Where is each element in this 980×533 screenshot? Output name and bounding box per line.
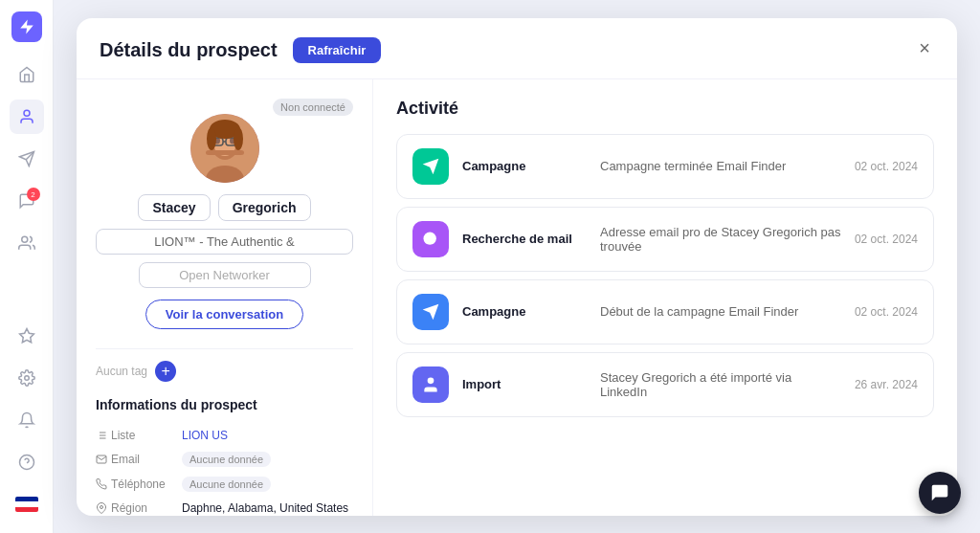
info-label-liste: Liste <box>96 429 182 442</box>
svg-point-1 <box>21 236 27 242</box>
profile-section: Non connecté <box>96 99 353 341</box>
sidebar-item-crown[interactable] <box>10 319 44 353</box>
modal-title: Détails du prospect <box>100 39 278 61</box>
activity-name-2: Campagne <box>462 304 587 319</box>
activity-icon-1 <box>412 221 449 257</box>
sidebar-logo[interactable] <box>11 11 42 42</box>
sidebar-item-users[interactable] <box>10 100 44 134</box>
info-row-liste: Liste LION US <box>96 424 353 447</box>
svg-point-18 <box>234 127 243 150</box>
activity-date-3: 26 avr. 2024 <box>855 378 918 391</box>
activity-date-1: 02 oct. 2024 <box>855 233 918 246</box>
activity-desc-3: Stacey Gregorich a été importé via Linke… <box>600 370 841 399</box>
activity-desc-2: Début de la campagne Email Finder <box>600 304 841 319</box>
add-tag-button[interactable]: + <box>155 361 176 382</box>
modal-header: Détails du prospect Rafraîchir × <box>77 18 957 79</box>
sidebar: 2 <box>0 0 54 533</box>
company-pill: LION™ - The Authentic & <box>96 229 353 255</box>
sidebar-item-settings[interactable] <box>10 361 44 395</box>
info-rows: Liste LION US Email Aucune donnée <box>96 424 353 516</box>
first-name-pill: Stacey <box>138 194 210 221</box>
flag-france <box>15 497 38 512</box>
svg-point-17 <box>207 127 216 150</box>
info-row-region: Région Daphne, Alabama, United States <box>96 497 353 516</box>
sidebar-item-messages[interactable]: 2 <box>10 184 44 218</box>
activity-list: Campagne Campagne terminée Email Finder … <box>396 134 934 417</box>
close-button[interactable]: × <box>911 35 938 62</box>
svg-point-0 <box>24 110 30 116</box>
svg-point-32 <box>428 377 434 384</box>
avatar-image <box>190 114 259 183</box>
last-name-pill: Gregorich <box>218 194 311 221</box>
activity-item-1: Recherche de mail Adresse email pro de S… <box>396 207 934 272</box>
activity-item-2: Campagne Début de la campagne Email Find… <box>396 279 934 344</box>
activity-name-3: Import <box>462 377 587 391</box>
sidebar-item-campaigns[interactable] <box>10 142 44 176</box>
sidebar-item-team[interactable] <box>10 226 44 260</box>
sidebar-item-home[interactable] <box>10 57 44 92</box>
tags-row: Aucun tag + <box>96 348 353 389</box>
not-connected-badge: Non connecté <box>273 99 353 116</box>
info-value-liste[interactable]: LION US <box>182 429 228 442</box>
activity-title: Activité <box>396 99 934 119</box>
activity-icon-2 <box>412 294 449 330</box>
activity-date-2: 02 oct. 2024 <box>855 305 918 319</box>
modal-body: Non connecté <box>77 79 957 516</box>
list-icon <box>96 430 107 441</box>
location-icon <box>96 502 107 514</box>
svg-marker-2 <box>19 329 33 343</box>
left-panel: Non connecté <box>77 79 373 516</box>
info-value-email: Aucune donnée <box>182 452 271 467</box>
sidebar-item-flag[interactable] <box>10 487 44 522</box>
open-networker-pill: Open Networker <box>139 262 311 288</box>
info-label-region: Région <box>96 501 182 515</box>
info-section-title: Informations du prospect <box>96 397 353 412</box>
sidebar-item-bell[interactable] <box>10 403 44 437</box>
activity-name-1: Recherche de mail <box>462 232 587 246</box>
svg-point-25 <box>100 505 103 508</box>
info-row-telephone: Téléphone Aucune donnée <box>96 472 353 497</box>
activity-item-3: Import Stacey Gregorich a été importé vi… <box>396 352 934 417</box>
sidebar-item-help[interactable] <box>10 445 44 479</box>
view-conversation-button[interactable]: Voir la conversation <box>145 300 303 329</box>
activity-icon-3 <box>412 366 449 403</box>
info-label-email: Email <box>96 453 182 466</box>
info-label-telephone: Téléphone <box>96 477 182 491</box>
messages-badge: 2 <box>27 188 40 201</box>
info-value-region: Daphne, Alabama, United States <box>182 501 348 515</box>
activity-name-0: Campagne <box>462 159 587 173</box>
activity-desc-0: Campagne terminée Email Finder <box>600 159 841 173</box>
phone-icon <box>96 478 107 490</box>
activity-icon-0 <box>412 148 449 185</box>
svg-point-30 <box>424 232 436 244</box>
right-panel: Activité Campagne Campagne terminée Emai… <box>373 79 957 516</box>
activity-date-0: 02 oct. 2024 <box>855 160 918 173</box>
chat-button[interactable] <box>919 472 961 514</box>
svg-point-3 <box>24 376 29 381</box>
svg-line-31 <box>434 242 438 246</box>
activity-desc-1: Adresse email pro de Stacey Gregorich pa… <box>600 225 841 254</box>
no-tag-label: Aucun tag <box>96 365 147 378</box>
main-area: Détails du prospect Rafraîchir × Non con… <box>54 0 980 533</box>
chat-icon <box>929 482 950 503</box>
info-row-email: Email Aucune donnée <box>96 447 353 472</box>
avatar <box>190 114 259 183</box>
email-icon <box>96 454 107 465</box>
activity-item-0: Campagne Campagne terminée Email Finder … <box>396 134 934 199</box>
prospect-modal: Détails du prospect Rafraîchir × Non con… <box>77 18 957 516</box>
refresh-button[interactable]: Rafraîchir <box>293 37 382 63</box>
name-row: Stacey Gregorich <box>138 194 310 221</box>
info-value-telephone: Aucune donnée <box>182 477 271 492</box>
